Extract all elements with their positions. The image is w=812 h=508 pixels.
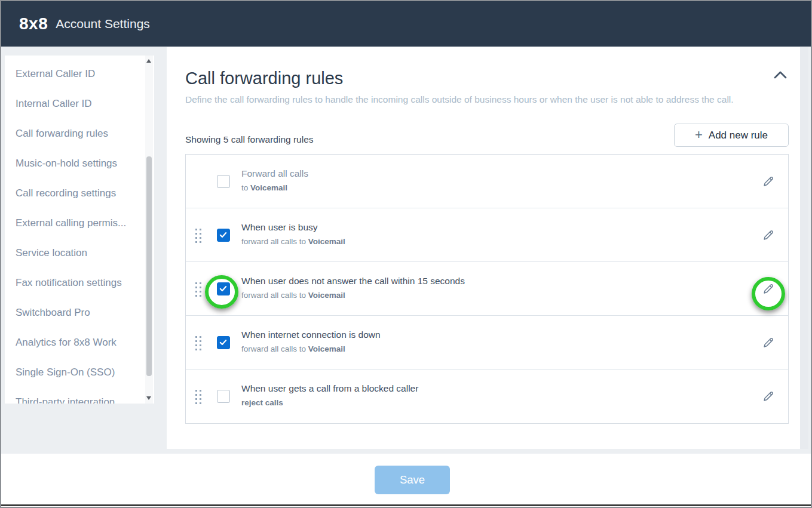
rule-detail: reject calls <box>241 398 418 407</box>
drag-handle-icon[interactable] <box>194 281 202 297</box>
footer-bar: Save <box>1 454 811 504</box>
rule-title: Forward all calls <box>241 168 308 179</box>
sidebar-item[interactable]: External Caller ID <box>5 59 154 89</box>
rule-row: Forward all calls to Voicemail <box>186 155 788 208</box>
edit-pencil-icon[interactable] <box>762 336 775 349</box>
rule-checkbox[interactable] <box>217 282 230 295</box>
drag-handle-icon[interactable] <box>194 227 202 244</box>
page-subtitle: Define the call forwarding rules to hand… <box>185 94 734 105</box>
sidebar-item-label: Switchboard Pro <box>16 307 90 318</box>
sidebar-item[interactable]: Call forwarding rules <box>5 119 154 149</box>
rule-row: When user gets a call from a blocked cal… <box>186 370 788 423</box>
sidebar-item[interactable]: Service location <box>5 238 154 268</box>
plus-icon: + <box>695 128 703 141</box>
scroll-down-arrow-icon[interactable] <box>146 396 151 400</box>
rule-row: When user is busy forward all calls to V… <box>186 208 788 262</box>
rule-checkbox[interactable] <box>217 175 230 188</box>
brand-logo: 8x8 <box>19 14 48 33</box>
sidebar-item-label: Service location <box>16 247 87 258</box>
edit-pencil-icon[interactable] <box>762 175 775 188</box>
sidebar-item-label: Fax notification settings <box>16 277 122 288</box>
rule-checkbox[interactable] <box>217 390 230 403</box>
edit-pencil-icon[interactable] <box>762 390 775 403</box>
sidebar-item[interactable]: Fax notification settings <box>5 268 154 298</box>
rule-text: When user does not answer the call withi… <box>241 276 465 300</box>
rule-row: When user does not answer the call withi… <box>186 262 788 316</box>
sidebar-nav: External Caller ID Internal Caller ID Ca… <box>5 56 154 404</box>
sidebar-item-label: Third-party integration <box>16 396 115 404</box>
sidebar-item[interactable]: Call recording settings <box>5 178 154 208</box>
rule-row: When internet connection is down forward… <box>186 316 788 370</box>
chevron-up-icon <box>773 71 788 81</box>
edit-pencil-icon[interactable] <box>762 282 775 295</box>
sidebar-item[interactable]: External calling permis... <box>5 208 154 238</box>
rule-detail: to Voicemail <box>241 183 308 192</box>
sidebar-scrollbar-thumb[interactable] <box>146 156 152 376</box>
rule-detail: forward all calls to Voicemail <box>241 344 381 353</box>
rule-detail: forward all calls to Voicemail <box>241 237 345 246</box>
app-title: Account Settings <box>56 17 150 31</box>
collapse-section-button[interactable] <box>773 70 789 85</box>
sidebar-item-label: Call recording settings <box>16 187 116 199</box>
rule-text: When user is busy forward all calls to V… <box>241 222 345 246</box>
sidebar-item[interactable]: Analytics for 8x8 Work <box>5 328 154 358</box>
rule-title: When user gets a call from a blocked cal… <box>241 383 418 394</box>
sidebar-item-label: External calling permis... <box>16 217 126 229</box>
rule-title: When internet connection is down <box>241 330 381 340</box>
add-new-rule-label: Add new rule <box>709 130 768 141</box>
edit-pencil-icon[interactable] <box>762 229 775 242</box>
sidebar-item[interactable]: Third-party integration <box>5 387 154 404</box>
rules-count-text: Showing 5 call forwarding rules <box>185 134 314 145</box>
app-header: 8x8 Account Settings <box>1 1 811 47</box>
main-panel: Call forwarding rules Define the call fo… <box>167 47 808 449</box>
rules-list: Forward all calls to Voicemail When user… <box>185 154 789 424</box>
rule-text: When user gets a call from a blocked cal… <box>241 383 418 407</box>
sidebar-item-label: Internal Caller ID <box>16 98 92 109</box>
drag-handle-icon[interactable] <box>194 334 202 351</box>
rule-detail: forward all calls to Voicemail <box>241 291 465 300</box>
sidebar-item-label: Single Sign-On (SSO) <box>16 367 115 378</box>
sidebar-item-label: Call forwarding rules <box>16 128 108 139</box>
sidebar-item[interactable]: Single Sign-On (SSO) <box>5 358 154 387</box>
save-button[interactable]: Save <box>375 466 450 494</box>
rule-text: When internet connection is down forward… <box>241 330 381 353</box>
rule-text: Forward all calls to Voicemail <box>241 168 308 192</box>
rule-checkbox[interactable] <box>217 336 230 349</box>
sidebar-scrollbar[interactable] <box>145 56 153 404</box>
add-new-rule-button[interactable]: + Add new rule <box>674 124 789 147</box>
page-title: Call forwarding rules <box>185 69 343 88</box>
sidebar-item-label: Analytics for 8x8 Work <box>16 337 117 348</box>
sidebar-item[interactable]: Music-on-hold settings <box>5 149 154 178</box>
sidebar-item-label: External Caller ID <box>16 68 95 79</box>
main-scrollbar-track[interactable] <box>800 47 808 449</box>
rule-checkbox[interactable] <box>217 229 230 242</box>
scroll-up-arrow-icon[interactable] <box>146 59 151 63</box>
sidebar-item[interactable]: Switchboard Pro <box>5 298 154 328</box>
sidebar-item-label: Music-on-hold settings <box>16 158 117 169</box>
settings-sidebar: External Caller ID Internal Caller ID Ca… <box>5 56 154 404</box>
drag-handle-icon[interactable] <box>194 388 202 405</box>
window-bottom-border <box>1 504 811 506</box>
rule-title: When user is busy <box>241 222 345 233</box>
sidebar-item[interactable]: Internal Caller ID <box>5 89 154 119</box>
rule-title: When user does not answer the call withi… <box>241 276 465 287</box>
